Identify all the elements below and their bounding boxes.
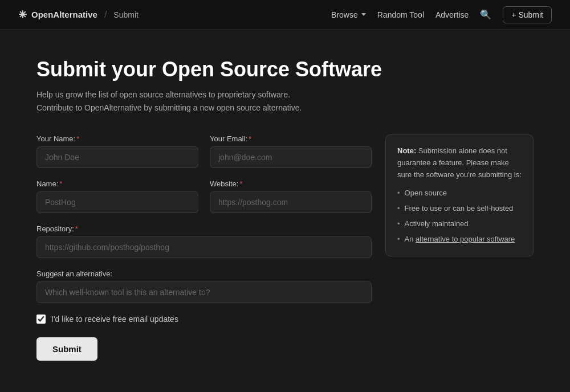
note-description: Submission alone does not guarantee a fe… bbox=[397, 146, 522, 179]
your-name-group: Your Name:* bbox=[36, 134, 198, 168]
nav-logo[interactable]: ✳ OpenAlternative bbox=[18, 9, 97, 21]
your-name-input[interactable] bbox=[36, 146, 198, 168]
note-text: Note: Submission alone does not guarante… bbox=[397, 145, 522, 181]
form-main: Your Name:* Your Email:* Name:* bbox=[36, 134, 372, 361]
nav-left: ✳ OpenAlternative / Submit bbox=[18, 9, 139, 21]
checkbox-row: I'd like to receive free email updates bbox=[36, 315, 372, 324]
search-icon[interactable]: 🔍 bbox=[480, 9, 491, 20]
snowflake-icon: ✳ bbox=[18, 9, 27, 21]
page-subtitle: Help us grow the list of open source alt… bbox=[36, 88, 378, 114]
suggest-input[interactable] bbox=[36, 281, 372, 303]
your-email-group: Your Email:* bbox=[210, 134, 372, 168]
note-item-3: Actively maintained bbox=[397, 218, 522, 230]
note-box: Note: Submission alone does not guarante… bbox=[385, 134, 534, 256]
required-star-2: * bbox=[249, 134, 251, 143]
form-container: Your Name:* Your Email:* Name:* bbox=[36, 134, 534, 361]
breadcrumb-separator: / bbox=[104, 10, 107, 20]
website-group: Website:* bbox=[210, 179, 372, 213]
breadcrumb-label: Submit bbox=[113, 10, 139, 19]
your-name-label: Your Name:* bbox=[36, 134, 198, 143]
submit-button[interactable]: Submit bbox=[36, 337, 97, 361]
page-title: Submit your Open Source Software bbox=[36, 57, 534, 81]
your-email-input[interactable] bbox=[210, 146, 372, 168]
note-item-2: Free to use or can be self-hosted bbox=[397, 203, 522, 215]
suggest-label: Suggest an alternative: bbox=[36, 270, 372, 278]
note-item-1: Open source bbox=[397, 187, 522, 199]
repository-group: Repository:* bbox=[36, 224, 372, 258]
email-updates-checkbox[interactable] bbox=[36, 315, 46, 324]
name-group: Name:* bbox=[36, 179, 198, 213]
website-label: Website:* bbox=[210, 179, 372, 188]
random-tool-link[interactable]: Random Tool bbox=[377, 10, 424, 19]
repository-label: Repository:* bbox=[36, 224, 372, 233]
logo-text: OpenAlternative bbox=[31, 10, 97, 19]
nav-right: Browse Random Tool Advertise 🔍 + Submit bbox=[331, 6, 552, 23]
required-star-3: * bbox=[59, 179, 62, 188]
note-prefix: Note: bbox=[397, 146, 416, 155]
navbar: ✳ OpenAlternative / Submit Browse Random… bbox=[0, 0, 570, 30]
required-star-4: * bbox=[239, 179, 242, 188]
note-item-4: An alternative to popular software bbox=[397, 234, 522, 246]
repository-input[interactable] bbox=[36, 236, 372, 258]
main-content: Submit your Open Source Software Help us… bbox=[0, 30, 570, 388]
name-input[interactable] bbox=[36, 191, 198, 213]
form-row-1: Your Name:* Your Email:* bbox=[36, 134, 372, 168]
website-input[interactable] bbox=[210, 191, 372, 213]
required-star-5: * bbox=[75, 224, 78, 233]
advertise-link[interactable]: Advertise bbox=[435, 10, 469, 19]
form-row-2: Name:* Website:* bbox=[36, 179, 372, 213]
nav-submit-button[interactable]: + Submit bbox=[503, 6, 552, 23]
suggest-group: Suggest an alternative: bbox=[36, 270, 372, 303]
name-label: Name:* bbox=[36, 179, 198, 188]
your-email-label: Your Email:* bbox=[210, 134, 372, 143]
checkbox-label: I'd like to receive free email updates bbox=[51, 315, 178, 324]
required-star: * bbox=[76, 134, 79, 143]
browse-link[interactable]: Browse bbox=[331, 10, 366, 19]
alternative-link[interactable]: alternative to popular software bbox=[416, 235, 515, 243]
note-list: Open source Free to use or can be self-h… bbox=[397, 187, 522, 245]
chevron-down-icon bbox=[361, 13, 366, 16]
